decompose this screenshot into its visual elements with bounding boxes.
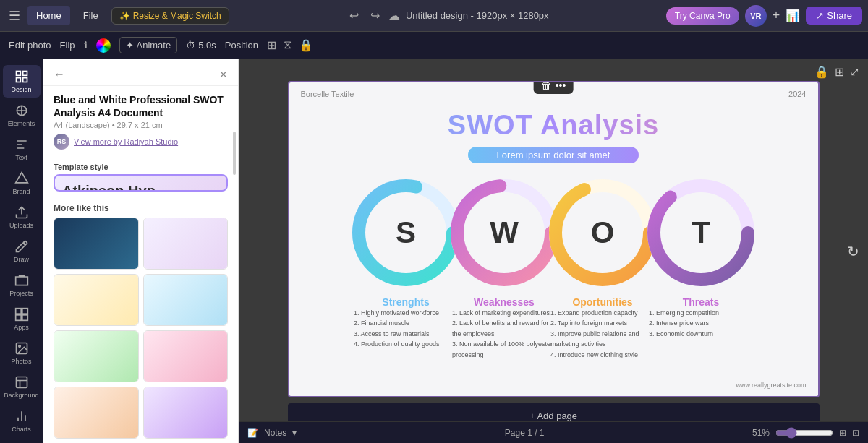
template-thumbnails [43, 218, 238, 443]
svg-rect-8 [15, 315, 21, 321]
edit-photo-button[interactable]: Edit photo [9, 40, 51, 51]
add-collaborator-button[interactable]: + [773, 8, 780, 23]
statusbar-left: 📝 Notes ▾ [247, 428, 297, 438]
page-indicator: Page 1 / 1 [505, 428, 545, 438]
font-name-big: Atkinson Hyp… [62, 183, 219, 192]
statusbar: 📝 Notes ▾ Page 1 / 1 51% ⊞ ⊡ [239, 421, 868, 443]
thumbnail-6[interactable] [143, 330, 229, 382]
back-button[interactable]: ← [54, 68, 65, 81]
swot-letter-t: T [692, 215, 710, 250]
close-panel-button[interactable]: ✕ [219, 69, 228, 80]
swot-title-t: Threats [643, 296, 759, 308]
position-button[interactable]: Position [225, 40, 258, 51]
author-row[interactable]: RS View more by Radiyah Studio [54, 134, 228, 150]
canvas-area: 🔒 ⊞ ⤢ 🗑 ••• Borcelle Textile 2024 SWOT A… [239, 59, 868, 443]
cloud-save-icon: ☁ [388, 9, 400, 22]
svg-point-11 [18, 345, 20, 348]
timer-button[interactable]: ⏱ 5.0s [186, 40, 216, 51]
template-panel: ← ✕ Blue and White Professional SWOT Ana… [43, 59, 239, 443]
sidebar-item-projects[interactable]: Projects [3, 269, 41, 301]
notes-label[interactable]: Notes [264, 428, 286, 438]
swot-labels: Strenghts 1. Highly motivated workforce … [289, 296, 818, 360]
lock-icon[interactable]: 🔒 [299, 38, 313, 52]
lock-canvas-icon[interactable]: 🔒 [814, 65, 829, 79]
share-icon: ↗ [816, 10, 824, 21]
font-preview[interactable]: Atkinson Hyp… Atkinson Hyperleg… [54, 174, 228, 192]
tab-home[interactable]: Home [27, 6, 70, 25]
grid-view-icon[interactable]: ⊞ [839, 428, 846, 438]
author-link[interactable]: View more by Radiyah Studio [74, 137, 178, 146]
thumbnail-2[interactable] [143, 218, 229, 270]
sparkle-icon: ✦ [126, 40, 134, 51]
swot-items-t: 1. Emerging competition 2. Intense price… [643, 308, 759, 339]
delete-icon[interactable]: 🗑 [541, 81, 551, 91]
expand-canvas-icon[interactable]: ⤢ [850, 65, 859, 79]
thumbnail-5[interactable] [54, 330, 139, 382]
sidebar-item-brand[interactable]: Brand [3, 167, 41, 199]
svg-rect-7 [22, 309, 27, 314]
sidebar-item-ai-presenter[interactable]: D-ID AI Pres... [3, 439, 41, 443]
sidebar-item-draw[interactable]: Draw [3, 235, 41, 267]
swot-col-t: Threats 1. Emerging competition 2. Inten… [643, 296, 759, 360]
panel-header: ← ✕ [43, 59, 238, 86]
swot-letter-w: W [490, 215, 519, 250]
sidebar-item-photos[interactable]: Photos [3, 337, 41, 369]
template-size: A4 (Landscape) • 29.7 x 21 cm [54, 121, 228, 129]
avatar[interactable]: VR [745, 5, 767, 27]
thumbnail-7[interactable] [54, 387, 139, 439]
info-icon[interactable]: ℹ [84, 40, 88, 51]
analytics-icon[interactable]: 📊 [786, 9, 800, 22]
sidebar-item-uploads[interactable]: Uploads [3, 201, 41, 233]
svg-rect-3 [22, 78, 27, 82]
svg-marker-5 [15, 173, 27, 183]
undo-icon[interactable]: ↩ [346, 6, 362, 25]
resize-magic-button[interactable]: ✨ Resize & Magic Switch [111, 7, 229, 25]
svg-rect-6 [15, 309, 21, 314]
author-avatar: RS [54, 134, 69, 150]
swot-circles: S W [289, 175, 818, 291]
sidebar-item-charts[interactable]: Charts [3, 405, 41, 437]
tab-file[interactable]: File [75, 6, 107, 25]
sidebar-item-apps[interactable]: Apps [3, 303, 41, 335]
svg-rect-12 [16, 377, 27, 388]
hamburger-icon[interactable]: ☰ [6, 5, 23, 27]
animate-button[interactable]: ✦ Animate [119, 37, 178, 53]
thumbnail-4[interactable] [143, 274, 229, 326]
canvas-top-icons: 🔒 ⊞ ⤢ [814, 65, 859, 79]
scrollbar[interactable] [233, 132, 236, 175]
redo-icon[interactable]: ↪ [367, 6, 383, 25]
sidebar-item-elements[interactable]: Elements [3, 99, 41, 132]
more-options-icon[interactable]: ••• [556, 81, 566, 91]
grid-icon[interactable]: ⊞ [267, 38, 276, 52]
svg-rect-1 [22, 72, 27, 76]
left-sidebar-icons: Design Elements Text Brand Uploads Draw … [0, 59, 43, 443]
thumbnail-1[interactable] [54, 218, 139, 270]
template-name: Blue and White Professional SWOT Analysi… [54, 93, 228, 119]
sidebar-item-text[interactable]: Text [3, 133, 41, 165]
thumbnail-8[interactable] [143, 387, 229, 439]
swot-letter-s: S [396, 215, 416, 250]
refresh-icon[interactable]: ↻ [847, 243, 859, 260]
svg-rect-9 [22, 315, 27, 321]
grid-canvas-icon[interactable]: ⊞ [835, 65, 844, 79]
canvas-frame[interactable]: 🗑 ••• Borcelle Textile 2024 SWOT Analysi… [288, 81, 820, 397]
share-button[interactable]: ↗ Share [806, 7, 862, 25]
thumbnail-3[interactable] [54, 274, 139, 326]
fit-view-icon[interactable]: ⊡ [852, 428, 859, 438]
topbar-center: ↩ ↪ ☁ Untitled design - 1920px × 1280px [234, 6, 662, 25]
brand-name: Borcelle Textile [301, 90, 354, 98]
sidebar-item-design[interactable]: Design [3, 65, 41, 98]
template-style-label: Template style [43, 157, 238, 174]
more-like-this-label: More like this [43, 199, 238, 218]
topbar-left: ☰ Home File ✨ Resize & Magic Switch [6, 5, 229, 27]
flip-button[interactable]: Flip [60, 40, 75, 51]
zoom-level: 51% [752, 428, 770, 438]
zoom-slider[interactable] [775, 427, 833, 439]
svg-rect-0 [16, 72, 20, 76]
filter-icon[interactable]: ⧖ [284, 38, 292, 52]
swot-letter-o: O [591, 215, 615, 250]
statusbar-right: 51% ⊞ ⊡ [752, 427, 859, 439]
sidebar-item-background[interactable]: Background [3, 371, 41, 403]
color-swatch[interactable] [96, 38, 111, 53]
canva-pro-button[interactable]: Try Canva Pro [666, 7, 739, 25]
